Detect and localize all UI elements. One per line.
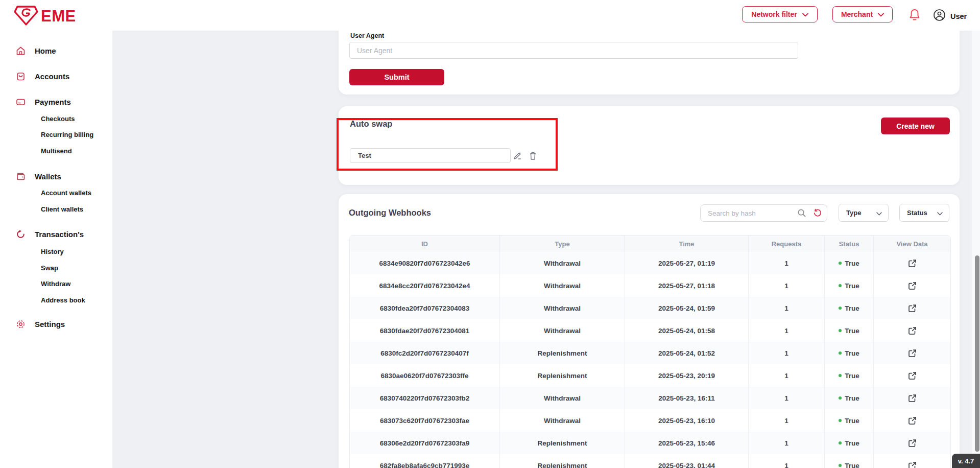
- external-link-icon[interactable]: [908, 461, 917, 468]
- sidebar-item-accounts[interactable]: Accounts: [0, 70, 112, 82]
- cell-view-data: [874, 454, 950, 468]
- external-link-icon[interactable]: [908, 349, 917, 358]
- status-dot-icon: [839, 307, 842, 310]
- cell-type: Withdrawal: [500, 297, 625, 319]
- status-text: True: [845, 327, 859, 335]
- network-filter-button[interactable]: Network filter: [742, 6, 818, 22]
- sidebar-item-payments[interactable]: Payments: [0, 96, 112, 108]
- sidebar-item-history[interactable]: History: [0, 246, 112, 256]
- table-row: 6830fdea20f7d07672304083Withdrawal2025-0…: [350, 297, 950, 319]
- external-link-icon[interactable]: [908, 394, 917, 403]
- cell-time: 2025-05-23, 16:11: [625, 387, 749, 409]
- cell-type: Withdrawal: [500, 319, 625, 342]
- cell-status: True: [825, 364, 874, 387]
- delete-icon[interactable]: [527, 150, 539, 162]
- search-icon[interactable]: [797, 208, 806, 220]
- table-row: 68306e2d20f7d07672303fa9Replenishment202…: [350, 432, 950, 454]
- column-header-type: Type: [500, 236, 625, 252]
- gem-logo-icon: [13, 5, 39, 28]
- notification-bell-icon[interactable]: [909, 8, 921, 24]
- sidebar-item-client-wallets[interactable]: Client wallets: [0, 204, 112, 214]
- cell-requests: 1: [749, 319, 825, 342]
- table-row: 6834e90820f7d076723042e6Withdrawal2025-0…: [350, 252, 950, 274]
- geme-logo[interactable]: EME: [13, 5, 76, 28]
- table-row: 6834e8cc20f7d076723042e4Withdrawal2025-0…: [350, 274, 950, 297]
- status-text: True: [845, 260, 859, 267]
- scrollbar-thumb[interactable]: [975, 255, 979, 452]
- accounts-icon: [16, 72, 26, 81]
- cell-time: 2025-05-23, 01:44: [625, 454, 749, 468]
- external-link-icon[interactable]: [908, 371, 917, 380]
- create-new-button[interactable]: Create new: [881, 118, 950, 134]
- cell-status: True: [825, 409, 874, 432]
- gear-icon: [16, 319, 26, 329]
- submit-button[interactable]: Submit: [349, 69, 444, 85]
- table-row: 6830fc2d20f7d0767230407fReplenishment202…: [350, 342, 950, 364]
- sidebar-subitem-label: Withdraw: [41, 280, 70, 288]
- user-avatar-icon: [933, 9, 946, 24]
- cell-time: 2025-05-23, 20:19: [625, 364, 749, 387]
- external-link-icon[interactable]: [908, 304, 917, 313]
- cell-status: True: [825, 297, 874, 319]
- sidebar-item-recurring-billing[interactable]: Recurring billing: [0, 129, 112, 139]
- cell-status: True: [825, 432, 874, 454]
- status-filter-select[interactable]: Status: [899, 204, 949, 222]
- cell-type: Withdrawal: [500, 274, 625, 297]
- user-agent-input[interactable]: [349, 42, 798, 59]
- cell-status: True: [825, 319, 874, 342]
- chevron-down-icon: [878, 10, 884, 18]
- sidebar-item-account-wallets[interactable]: Account wallets: [0, 188, 112, 198]
- sidebar-item-home[interactable]: Home: [0, 44, 112, 57]
- sidebar-item-label: Home: [35, 46, 56, 55]
- type-filter-select[interactable]: Type: [839, 204, 889, 222]
- cell-status: True: [825, 342, 874, 364]
- column-header-view-data: View Data: [874, 236, 950, 252]
- user-menu[interactable]: User: [933, 9, 967, 24]
- transactions-history-icon: [16, 229, 26, 239]
- external-link-icon[interactable]: [908, 259, 917, 268]
- cell-requests: 1: [749, 342, 825, 364]
- search-input[interactable]: [700, 204, 827, 222]
- cell-time: 2025-05-23, 15:46: [625, 432, 749, 454]
- cell-view-data: [874, 432, 950, 454]
- sidebar-item-address-book[interactable]: Address book: [0, 295, 112, 305]
- cell-view-data: [874, 342, 950, 364]
- cell-id: 683073c620f7d07672303fae: [350, 409, 500, 432]
- app-window: EME Network filter Merchant: [0, 0, 980, 468]
- external-link-icon[interactable]: [908, 439, 917, 448]
- cell-view-data: [874, 319, 950, 342]
- sidebar-item-label: Transaction's: [35, 230, 84, 239]
- status-text: True: [845, 394, 859, 402]
- cell-type: Withdrawal: [500, 409, 625, 432]
- status-text: True: [845, 417, 859, 425]
- external-link-icon[interactable]: [908, 326, 917, 335]
- cell-id: 6830ae0620f7d07672303ffe: [350, 364, 500, 387]
- payments-icon: [16, 97, 26, 107]
- column-header-requests: Requests: [749, 236, 825, 252]
- reset-search-icon[interactable]: [813, 208, 822, 220]
- sidebar-item-multisend[interactable]: Multisend: [0, 146, 112, 156]
- sidebar-item-wallets[interactable]: Wallets: [0, 170, 112, 182]
- status-text: True: [845, 305, 859, 312]
- status-dot-icon: [839, 419, 842, 422]
- sidebar-item-checkouts[interactable]: Checkouts: [0, 113, 112, 124]
- user-name-label: User: [950, 12, 967, 20]
- external-link-icon[interactable]: [908, 282, 917, 290]
- auto-swap-name-input[interactable]: [350, 148, 511, 163]
- cell-id: 6830fdae20f7d07672304081: [350, 319, 500, 342]
- cell-time: 2025-05-27, 01:18: [625, 274, 749, 297]
- sidebar-item-transactions[interactable]: Transaction's: [0, 228, 112, 240]
- cell-type: Withdrawal: [500, 387, 625, 409]
- wallets-icon: [16, 172, 26, 181]
- sidebar-item-withdraw[interactable]: Withdraw: [0, 278, 112, 289]
- sidebar-item-swap[interactable]: Swap: [0, 263, 112, 273]
- edit-icon[interactable]: [511, 150, 523, 162]
- merchant-button[interactable]: Merchant: [832, 6, 893, 22]
- cell-id: 6834e90820f7d076723042e6: [350, 252, 500, 274]
- logo-text: EME: [41, 6, 76, 27]
- external-link-icon[interactable]: [908, 416, 917, 425]
- status-dot-icon: [839, 464, 842, 467]
- sidebar-item-label: Settings: [35, 320, 65, 329]
- sidebar-item-settings[interactable]: Settings: [0, 318, 112, 330]
- cell-view-data: [874, 409, 950, 432]
